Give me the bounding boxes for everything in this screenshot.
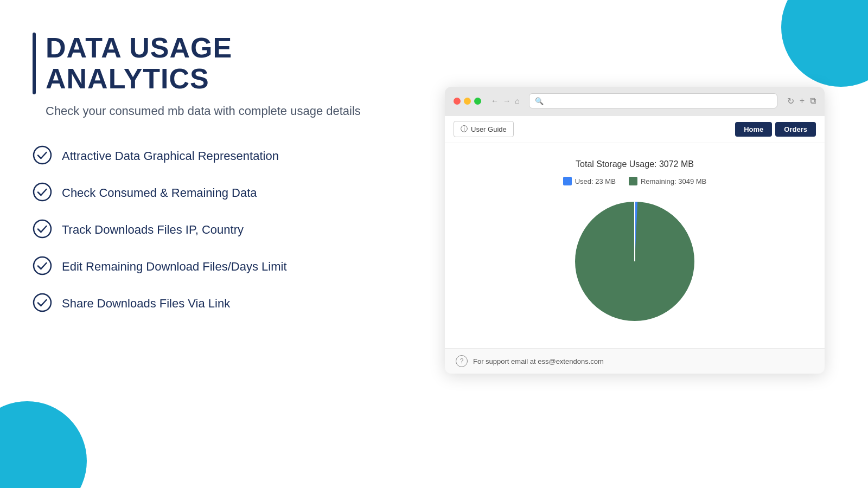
nav-home-button[interactable]: ⌂ [515,97,519,105]
app-toolbar: ⓘ User Guide Home Orders [445,115,825,143]
check-circle-icon [33,293,52,314]
browser-footer: ? For support email at ess@extendons.com [445,348,825,374]
browser-search-bar[interactable]: 🔍 [529,93,777,108]
user-guide-button[interactable]: ⓘ User Guide [454,121,514,137]
svg-point-4 [34,294,51,311]
title-accent-bar [33,33,36,94]
check-circle-icon [33,256,52,278]
nav-forward-button[interactable]: → [503,97,510,105]
check-circle-icon [33,219,52,241]
browser-actions: ↻ + ⧉ [787,96,816,106]
nav-back-button[interactable]: ← [491,97,499,105]
legend-remaining-label: Remaining: 3049 MB [641,177,706,185]
feature-text-1: Attractive Data Graphical Representation [62,149,279,163]
blob-top-right-decoration [781,0,868,87]
orders-button[interactable]: Orders [775,122,816,137]
browser-window: ← → ⌂ 🔍 ↻ + ⧉ ⓘ User Guide Home Orders [445,87,825,374]
blob-bottom-left-decoration [0,401,87,488]
home-button[interactable]: Home [735,122,772,137]
browser-chrome: ← → ⌂ 🔍 ↻ + ⧉ [445,87,825,115]
browser-dots [454,98,481,105]
support-text: For support email at ess@extendons.com [473,357,604,365]
legend-used-color [563,177,572,185]
pie-chart [570,196,700,326]
chart-area: Total Storage Usage: 3072 MB Used: 23 MB… [445,143,825,348]
feature-item-3: Track Downloads Files IP, Country [33,219,369,241]
check-circle-icon [33,145,52,167]
feature-text-4: Edit Remaining Download Files/Days Limit [62,260,287,274]
legend-used-label: Used: 23 MB [575,177,616,185]
feature-item-1: Attractive Data Graphical Representation [33,145,369,167]
svg-point-2 [34,220,51,237]
feature-item-2: Check Consumed & Remaining Data [33,182,369,204]
right-panel: ← → ⌂ 🔍 ↻ + ⧉ ⓘ User Guide Home Orders [445,87,825,374]
svg-point-1 [34,183,51,201]
features-list: Attractive Data Graphical Representation… [33,145,369,314]
browser-dot-red[interactable] [454,98,461,105]
search-icon: 🔍 [535,97,544,105]
legend-remaining-color [629,177,637,185]
help-circle-icon: ? [456,355,468,367]
feature-text-5: Share Downloads Files Via Link [62,297,230,311]
svg-point-3 [34,257,51,274]
pie-chart-svg [570,196,700,326]
feature-item-5: Share Downloads Files Via Link [33,293,369,314]
user-guide-icon: ⓘ [461,124,468,134]
chart-legend: Used: 23 MB Remaining: 3049 MB [563,177,707,185]
browser-dot-yellow[interactable] [464,98,471,105]
page-title-wrapper: DATA USAGE ANALYTICS [33,33,369,94]
user-guide-label: User Guide [471,125,507,133]
legend-remaining: Remaining: 3049 MB [629,177,706,185]
browser-dot-green[interactable] [474,98,481,105]
page-title: DATA USAGE ANALYTICS [46,33,369,94]
legend-used: Used: 23 MB [563,177,616,185]
check-circle-icon [33,182,52,204]
add-tab-button[interactable]: + [800,96,805,106]
svg-point-0 [34,146,51,164]
feature-text-3: Track Downloads Files IP, Country [62,223,244,237]
toolbar-right-buttons: Home Orders [735,122,816,137]
browser-nav: ← → ⌂ [491,97,519,105]
tile-button[interactable]: ⧉ [810,96,816,106]
feature-text-2: Check Consumed & Remaining Data [62,186,257,200]
chart-title: Total Storage Usage: 3072 MB [576,159,694,169]
refresh-button[interactable]: ↻ [787,96,794,106]
page-subtitle: Check your consumed mb data with complet… [46,104,369,118]
left-panel: DATA USAGE ANALYTICS Check your consumed… [33,33,369,330]
feature-item-4: Edit Remaining Download Files/Days Limit [33,256,369,278]
